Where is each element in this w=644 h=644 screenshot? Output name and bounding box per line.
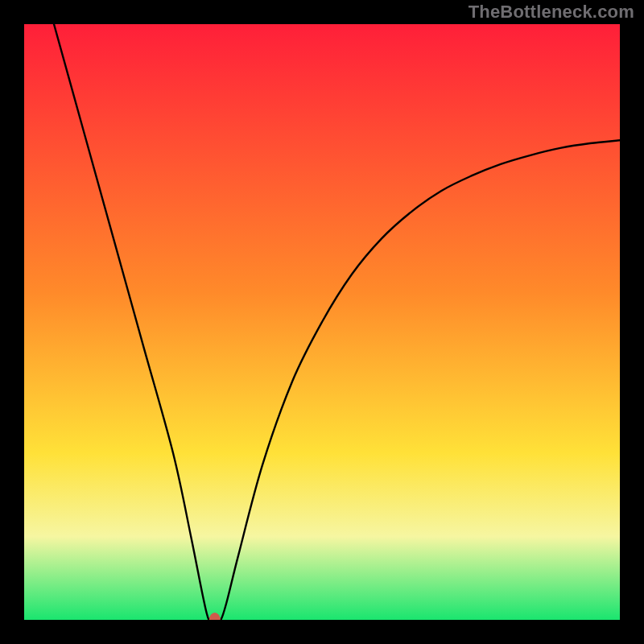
plot-area — [24, 24, 620, 620]
plot-svg — [24, 24, 620, 620]
chart-frame: TheBottleneck.com — [0, 0, 644, 644]
watermark-text: TheBottleneck.com — [469, 2, 634, 23]
